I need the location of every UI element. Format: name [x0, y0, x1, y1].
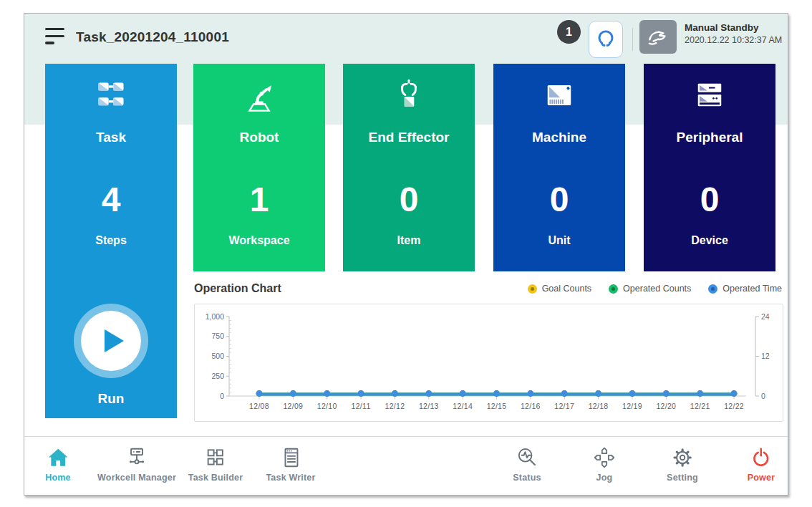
- svg-text:12/08: 12/08: [249, 402, 269, 410]
- notification-badge[interactable]: 1: [557, 20, 581, 44]
- svg-text:12/13: 12/13: [419, 402, 439, 410]
- svg-text:1,000: 1,000: [206, 312, 224, 321]
- home-icon: [46, 445, 70, 470]
- card-name: Task: [45, 130, 177, 145]
- manual-hand-icon: [646, 25, 670, 49]
- run-button[interactable]: [74, 304, 148, 378]
- svg-text:12/18: 12/18: [589, 402, 609, 410]
- status-datetime: 2020.12.22 10:32:37 AM: [685, 35, 782, 45]
- card-value: 1: [193, 180, 325, 219]
- nav-item-power[interactable]: Power: [748, 437, 775, 483]
- svg-text:12/19: 12/19: [622, 402, 642, 410]
- robot-status: Manual Standby 2020.12.22 10:32:37 AM: [685, 22, 782, 45]
- gripper-button[interactable]: [589, 21, 623, 58]
- task-writer-icon: [279, 445, 303, 470]
- task-title: Task_20201204_110001: [76, 29, 229, 45]
- card-end-effector[interactable]: End Effector 0 Item: [343, 64, 475, 271]
- task-steps-icon: [45, 74, 177, 117]
- task-builder-icon: [203, 445, 228, 470]
- status-icon: [515, 445, 539, 470]
- svg-text:750: 750: [211, 332, 224, 340]
- nav-item-jog[interactable]: Jog: [592, 437, 617, 483]
- play-icon: [105, 329, 124, 352]
- legend-operated-counts: Operated Counts: [609, 284, 691, 294]
- card-machine[interactable]: Machine 0 Unit: [493, 64, 625, 271]
- app-window: Task_20201204_110001 1: [24, 13, 788, 496]
- svg-text:250: 250: [211, 372, 224, 380]
- svg-text:0: 0: [220, 392, 224, 400]
- card-value: 4: [45, 180, 177, 219]
- svg-text:12/12: 12/12: [385, 402, 405, 410]
- nav-item-workcell-manager[interactable]: Workcell Manager: [97, 437, 176, 483]
- nav-item-setting[interactable]: Setting: [667, 437, 698, 483]
- card-robot[interactable]: Robot 1 Workspace: [193, 64, 325, 271]
- operation-chart-plot: 1,00075050025002412012/0812/0912/1012/11…: [195, 304, 784, 422]
- operated-counts-dot-icon: [609, 284, 618, 294]
- svg-text:12/10: 12/10: [317, 402, 337, 410]
- status-mode-label: Manual Standby: [685, 22, 782, 33]
- topbar-divider: [632, 28, 633, 51]
- card-name: Peripheral: [644, 130, 775, 145]
- card-name: Robot: [193, 130, 325, 145]
- nav-item-task-writer[interactable]: Task Writer: [266, 437, 315, 483]
- legend-goal-counts: Goal Counts: [528, 284, 591, 294]
- card-task[interactable]: Task 4 Steps Run: [45, 64, 177, 418]
- workcell-manager-icon: [125, 445, 149, 470]
- svg-text:12/21: 12/21: [690, 402, 710, 410]
- svg-text:0: 0: [761, 392, 765, 400]
- card-unit: Steps: [45, 234, 177, 247]
- svg-text:12/11: 12/11: [352, 402, 371, 410]
- svg-text:500: 500: [211, 352, 224, 360]
- gripper-item-icon: [343, 74, 475, 117]
- nav-item-home[interactable]: Home: [45, 437, 71, 483]
- hamburger-menu-icon[interactable]: [45, 28, 64, 46]
- card-value: 0: [493, 180, 625, 219]
- machine-icon: [493, 74, 625, 117]
- jog-icon: [592, 445, 617, 470]
- card-unit: Unit: [493, 234, 625, 247]
- svg-text:12: 12: [761, 352, 770, 360]
- svg-text:12/22: 12/22: [724, 402, 744, 410]
- robot-arm-icon: [193, 74, 325, 117]
- setting-icon: [670, 445, 695, 470]
- card-name: Machine: [493, 130, 625, 145]
- card-value: 0: [644, 180, 775, 219]
- chart-title: Operation Chart: [194, 282, 281, 295]
- card-name: End Effector: [343, 130, 475, 145]
- manual-mode-tile[interactable]: [639, 20, 677, 54]
- bottom-nav: Home Workcell Manager: [24, 437, 788, 496]
- card-unit: Item: [343, 234, 475, 247]
- svg-text:12/16: 12/16: [521, 402, 541, 410]
- svg-text:12/20: 12/20: [656, 402, 676, 410]
- nav-item-status[interactable]: Status: [513, 437, 541, 483]
- nav-item-task-builder[interactable]: Task Builder: [188, 437, 243, 483]
- card-unit: Device: [644, 234, 775, 247]
- operated-time-dot-icon: [708, 284, 717, 294]
- goal-counts-dot-icon: [528, 284, 537, 294]
- svg-text:12/15: 12/15: [487, 402, 507, 410]
- chart-legend: Goal Counts Operated Counts Operated Tim…: [528, 284, 782, 294]
- power-icon: [749, 445, 773, 470]
- svg-text:12/17: 12/17: [554, 402, 574, 410]
- peripheral-rack-icon: [644, 74, 775, 117]
- legend-operated-time: Operated Time: [708, 284, 782, 294]
- operation-chart: 1,00075050025002412012/0812/0912/1012/11…: [194, 304, 783, 422]
- gripper-icon: [596, 29, 615, 50]
- run-label: Run: [45, 391, 177, 407]
- svg-text:12/09: 12/09: [283, 402, 303, 410]
- card-value: 0: [343, 180, 475, 219]
- card-unit: Workspace: [193, 234, 325, 247]
- card-peripheral[interactable]: Peripheral 0 Device: [644, 64, 775, 271]
- svg-text:12/14: 12/14: [453, 402, 473, 410]
- svg-text:24: 24: [761, 312, 770, 321]
